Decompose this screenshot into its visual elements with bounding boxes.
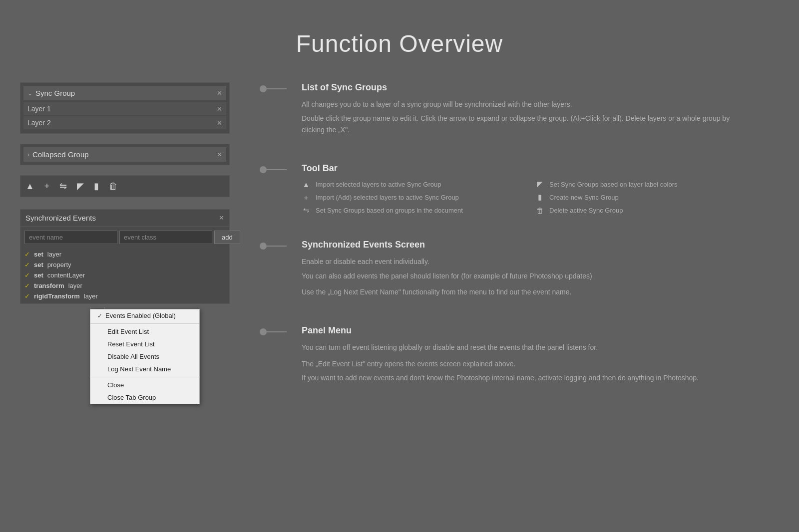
sync-group-header-left: ⌄ Sync Group <box>27 89 75 97</box>
toolbar-detail-label: Create new Sync Group <box>549 194 619 201</box>
section-line <box>267 246 287 247</box>
section-dot <box>260 85 267 92</box>
section-line <box>267 331 287 332</box>
sync-group-widget: ⌄ Sync Group ✕ Layer 1 ✕ Layer 2 ✕ <box>20 82 230 134</box>
event-name: layer <box>68 282 82 289</box>
sync-events-widget: Synchronized Events ✕ add ✓ set layer ✓ … <box>20 209 230 304</box>
context-menu-reset-event-list[interactable]: Reset Event List <box>90 338 199 350</box>
layer-item: Layer 1 ✕ <box>23 102 226 115</box>
collapsed-group-header[interactable]: › Collapsed Group ✕ <box>23 147 226 162</box>
sync-events-close-icon[interactable]: ✕ <box>219 214 224 222</box>
section-dot-line <box>260 163 287 173</box>
toolbar-detail-label: Set Sync Groups based on layer label col… <box>549 181 678 188</box>
context-menu-item-label: Log Next Event Name <box>107 365 171 373</box>
section-line <box>267 169 287 170</box>
toolbar-delete-btn[interactable]: 🗑 <box>107 180 120 193</box>
toolbar-add-btn[interactable]: + <box>42 180 52 193</box>
context-menu-disable-all-events[interactable]: Disable All Events <box>90 350 199 363</box>
section-panel-menu: Panel Menu You can turn off event listen… <box>260 325 749 386</box>
checkmark-icon: ✓ <box>97 312 102 319</box>
toolbar-import-btn[interactable]: ▲ <box>23 180 36 193</box>
toolbar-detail-import: ▲ Import selected layers to active Sync … <box>302 180 515 189</box>
toolbar-detail-new-group: ▮ Create new Sync Group <box>535 193 749 202</box>
toolbar-sync-groups-btn[interactable]: ⇋ <box>57 180 69 193</box>
list-item: ✓ set property <box>24 260 225 270</box>
toolbar-label-colors-btn[interactable]: ◤ <box>75 180 86 193</box>
collapsed-group-close-icon[interactable]: ✕ <box>217 151 222 158</box>
context-menu-item-label: Close Tab Group <box>107 394 156 401</box>
context-menu-close-tab-group[interactable]: Close Tab Group <box>90 391 199 404</box>
toolbar-detail-label: Set Sync Groups based on groups in the d… <box>316 207 463 214</box>
layer-2-label: Layer 2 <box>27 119 51 127</box>
event-keyword: set <box>34 261 43 268</box>
section-title: Tool Bar <box>302 163 749 174</box>
section-text-1: Enable or disable each event individuall… <box>302 256 749 267</box>
section-list-of-sync-groups: List of Sync Groups All changes you do t… <box>260 82 749 138</box>
toolbar-row: ▲ + ⇋ ◤ ▮ 🗑 <box>20 175 230 197</box>
sync-group-header[interactable]: ⌄ Sync Group ✕ <box>23 86 226 100</box>
context-menu-edit-event-list[interactable]: Edit Event List <box>90 325 199 338</box>
section-line <box>267 88 287 89</box>
plus-icon: + <box>302 193 311 202</box>
section-sync-events-screen: Synchronized Events Screen Enable or dis… <box>260 240 749 300</box>
events-list: ✓ set layer ✓ set property ✓ set content… <box>20 247 229 303</box>
section-text-2: Double click the group name to edit it. … <box>302 113 749 135</box>
section-body: Synchronized Events Screen Enable or dis… <box>302 240 749 300</box>
context-menu-events-enabled[interactable]: ✓ Events Enabled (Global) <box>90 309 199 322</box>
collapsed-group-widget: › Collapsed Group ✕ <box>20 144 230 165</box>
section-text-3: If you want to add new events and don't … <box>302 372 749 383</box>
add-event-button[interactable]: add <box>214 231 240 244</box>
event-keyword: set <box>34 251 43 258</box>
event-keyword: set <box>34 271 43 279</box>
section-body: List of Sync Groups All changes you do t… <box>302 82 749 138</box>
import-icon: ▲ <box>302 180 311 189</box>
event-keyword: rigidTransform <box>34 292 80 300</box>
toolbar-detail-label: Delete active Sync Group <box>549 207 623 214</box>
context-menu-separator <box>90 323 199 324</box>
sync-group-close-icon[interactable]: ✕ <box>217 89 222 97</box>
toolbar-detail-import-add: + Import (Add) selected layers to active… <box>302 193 515 202</box>
layer-1-close-icon[interactable]: ✕ <box>217 105 222 113</box>
context-menu-item-label: Disable All Events <box>107 353 159 360</box>
delete-icon: 🗑 <box>535 206 544 215</box>
event-class-input[interactable] <box>119 231 212 244</box>
toolbar-detail-set-groups: ⇋ Set Sync Groups based on groups in the… <box>302 206 515 215</box>
right-content: List of Sync Groups All changes you do t… <box>230 82 779 412</box>
event-check-icon: ✓ <box>24 271 30 279</box>
list-item: ✓ transform layer <box>24 280 225 291</box>
chevron-right-icon: › <box>27 151 29 158</box>
new-group-icon: ▮ <box>535 193 544 202</box>
toolbar-new-group-btn[interactable]: ▮ <box>92 180 101 193</box>
event-name-input[interactable] <box>24 231 117 244</box>
section-dot <box>260 243 267 250</box>
section-tool-bar: Tool Bar ▲ Import selected layers to act… <box>260 163 749 215</box>
section-dot-line <box>260 325 287 335</box>
sync-group-name: Sync Group <box>35 89 75 97</box>
sync-events-header: Synchronized Events ✕ <box>20 210 229 227</box>
sync-events-title: Synchronized Events <box>25 214 96 222</box>
section-body: Panel Menu You can turn off event listen… <box>302 325 749 386</box>
toolbar-details: ▲ Import selected layers to active Sync … <box>302 180 749 215</box>
event-name: property <box>47 261 71 268</box>
list-item: ✓ set contentLayer <box>24 270 225 280</box>
label-colors-icon: ◤ <box>535 180 544 189</box>
section-dot-line <box>260 82 287 92</box>
context-menu-separator <box>90 377 199 377</box>
event-check-icon: ✓ <box>24 261 30 268</box>
layer-item: Layer 2 ✕ <box>23 116 226 129</box>
context-menu-item-label: Close <box>107 381 124 389</box>
toolbar-detail-label-colors: ◤ Set Sync Groups based on layer label c… <box>535 180 749 189</box>
toolbar-detail-delete: 🗑 Delete active Sync Group <box>535 206 749 215</box>
section-title: Panel Menu <box>302 325 749 336</box>
layer-2-close-icon[interactable]: ✕ <box>217 119 222 127</box>
context-menu-close[interactable]: Close <box>90 379 199 391</box>
set-groups-icon: ⇋ <box>302 206 311 215</box>
section-text-2: The „Edit Event List" entry opens the ev… <box>302 358 749 369</box>
context-menu-item-label: Edit Event List <box>107 328 149 335</box>
section-text-2: You can also add events the panel should… <box>302 270 749 281</box>
event-keyword: transform <box>34 282 64 289</box>
event-name: contentLayer <box>47 271 85 279</box>
context-menu-log-next-event[interactable]: Log Next Event Name <box>90 363 199 375</box>
event-check-icon: ✓ <box>24 251 30 258</box>
collapsed-group-header-left: › Collapsed Group <box>27 150 89 159</box>
